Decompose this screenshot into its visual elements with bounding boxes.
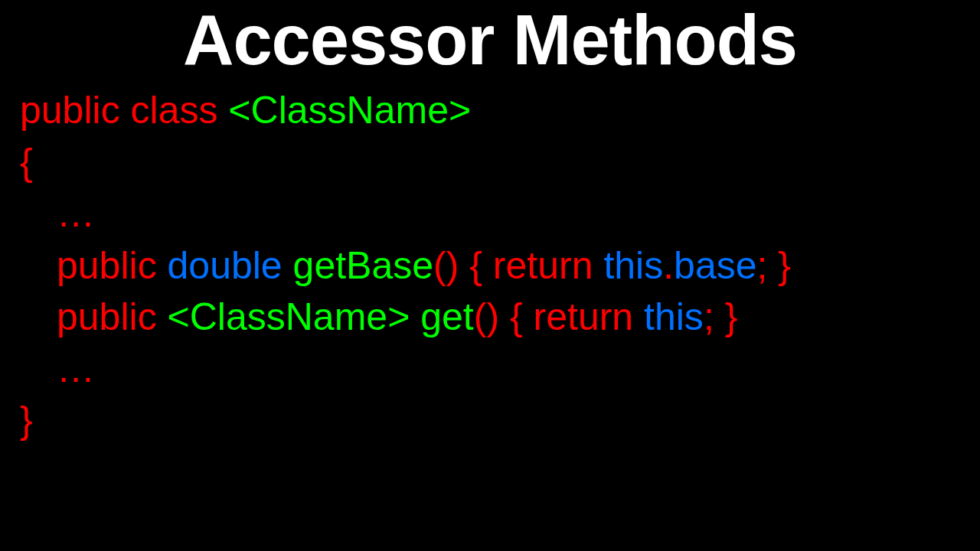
classname-placeholder: <ClassName> <box>168 295 421 338</box>
parens-brace: () { <box>474 295 534 338</box>
keyword-public: public <box>57 295 168 338</box>
method-getbase: getBase <box>293 244 433 287</box>
semi-brace: ; } <box>757 244 791 287</box>
keyword-return: return <box>534 295 645 338</box>
keyword-this: this <box>603 244 663 287</box>
keyword-return: return <box>493 244 604 287</box>
code-line-1: public class <ClassName> <box>20 85 980 137</box>
code-line-2: { <box>20 137 980 189</box>
field-base: base <box>674 244 756 287</box>
parens-brace: () { <box>433 244 493 287</box>
code-line-6: … <box>20 344 980 396</box>
code-line-4: public double getBase() { return this.ba… <box>20 240 980 292</box>
dot: . <box>663 244 674 287</box>
keyword-this: this <box>644 295 704 338</box>
semi-brace: ; } <box>704 295 737 338</box>
code-line-5: public <ClassName> get() { return this; … <box>20 292 980 344</box>
type-double: double <box>168 244 293 287</box>
code-line-3: … <box>20 188 980 240</box>
slide: Accessor Methods public class <ClassName… <box>0 0 980 551</box>
code-line-7: } <box>20 395 980 447</box>
method-get: get <box>420 295 474 338</box>
keyword-public: public <box>57 244 168 287</box>
keyword-public-class: public class <box>20 89 228 132</box>
slide-title: Accessor Methods <box>0 0 980 79</box>
code-block: public class <ClassName> { … public doub… <box>0 79 980 447</box>
classname-placeholder: <ClassName> <box>228 89 471 132</box>
